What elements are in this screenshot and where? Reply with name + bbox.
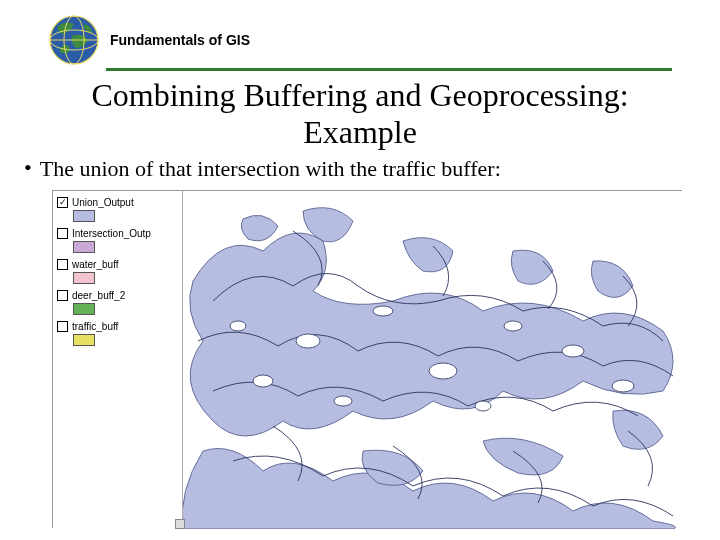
map-canvas — [183, 191, 683, 529]
legend-item: deer_buff_2 — [57, 290, 178, 315]
bullet-row: • The union of that intersection with th… — [24, 155, 696, 183]
figure-area: ✓ Union_Output Intersection_Outp water_b… — [52, 190, 682, 528]
legend-checkbox[interactable] — [57, 321, 68, 332]
legend-label: traffic_buff — [72, 321, 118, 332]
legend-swatch — [73, 241, 95, 253]
legend-checkbox[interactable] — [57, 259, 68, 270]
svg-point-5 — [296, 334, 320, 348]
legend-label: Intersection_Outp — [72, 228, 151, 239]
header: Fundamentals of GIS — [0, 0, 720, 66]
legend-checkbox[interactable] — [57, 290, 68, 301]
legend-checkbox[interactable]: ✓ — [57, 197, 68, 208]
svg-point-8 — [373, 306, 393, 316]
svg-point-12 — [334, 396, 352, 406]
legend-label: Union_Output — [72, 197, 134, 208]
legend-checkbox[interactable] — [57, 228, 68, 239]
legend-swatch — [73, 303, 95, 315]
legend-swatch — [73, 210, 95, 222]
bullet-text: The union of that intersection with the … — [40, 155, 501, 183]
legend-panel: ✓ Union_Output Intersection_Outp water_b… — [53, 191, 183, 529]
legend-item: water_buff — [57, 259, 178, 284]
svg-point-10 — [253, 375, 273, 387]
svg-point-6 — [429, 363, 457, 379]
header-title: Fundamentals of GIS — [110, 32, 250, 48]
svg-point-9 — [504, 321, 522, 331]
legend-item: Intersection_Outp — [57, 228, 178, 253]
svg-point-13 — [475, 401, 491, 411]
legend-swatch — [73, 272, 95, 284]
legend-label: water_buff — [72, 259, 119, 270]
svg-point-11 — [612, 380, 634, 392]
svg-point-14 — [230, 321, 246, 331]
svg-point-7 — [562, 345, 584, 357]
bullet-dot: • — [24, 155, 32, 181]
slide-title: Combining Buffering and Geoprocessing: E… — [40, 77, 680, 151]
legend-item: traffic_buff — [57, 321, 178, 346]
resize-handle-icon[interactable] — [175, 519, 185, 529]
globe-icon — [48, 14, 100, 66]
legend-item: ✓ Union_Output — [57, 197, 178, 222]
legend-label: deer_buff_2 — [72, 290, 125, 301]
legend-swatch — [73, 334, 95, 346]
header-underline — [106, 68, 672, 71]
